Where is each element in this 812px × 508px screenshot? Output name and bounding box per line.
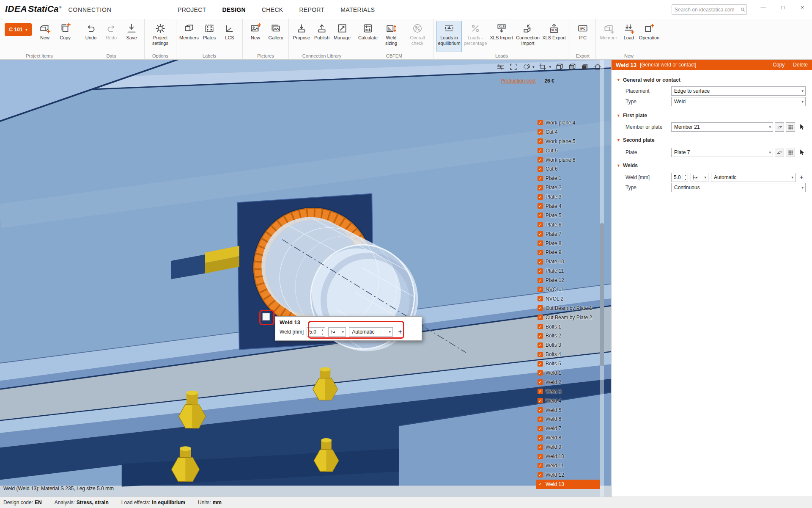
new-button[interactable]: New — [246, 21, 265, 52]
section-general[interactable]: ▼ General weld or contact — [617, 77, 680, 83]
checkbox-checked-icon[interactable]: ✓ — [538, 305, 543, 311]
tree-item-bolts-3[interactable]: ✓Bolts 3 — [536, 340, 600, 350]
checkbox-checked-icon[interactable]: ✓ — [538, 370, 543, 375]
tree-item-weld-2[interactable]: ✓Weld 2 — [536, 378, 600, 387]
chevron-down-icon[interactable]: ▾ — [532, 65, 535, 69]
checkbox-checked-icon[interactable]: ✓ — [538, 333, 543, 339]
add-weld-button[interactable]: + — [396, 327, 404, 337]
placement-dropdown[interactable]: Edge to surface ▾ — [671, 86, 806, 96]
tree-item-cut-beam-by-plate-2[interactable]: ✓Cut Beam by Plate 2 — [536, 313, 600, 322]
tab-design[interactable]: DESIGN — [222, 6, 245, 13]
checkbox-checked-icon[interactable]: ✓ — [538, 426, 543, 431]
tree-item-weld-4[interactable]: ✓Weld 4 — [536, 396, 600, 406]
undo-button[interactable]: Undo — [81, 21, 101, 52]
tree-item-weld-1[interactable]: ✓Weld 1 — [536, 368, 600, 378]
checkbox-checked-icon[interactable]: ✓ — [538, 194, 543, 200]
tab-check[interactable]: CHECK — [262, 6, 283, 13]
checkbox-checked-icon[interactable]: ✓ — [538, 389, 543, 394]
checkbox-checked-icon[interactable]: ✓ — [538, 222, 543, 227]
save-button[interactable]: Save — [122, 21, 141, 52]
new-button[interactable]: New — [35, 21, 55, 52]
tree-item-bolts-4[interactable]: ✓Bolts 4 — [536, 350, 600, 359]
stepper-up-icon[interactable]: ▴ — [320, 328, 325, 332]
checkbox-checked-icon[interactable]: ✓ — [538, 185, 543, 190]
plates-button[interactable]: Plates — [200, 21, 219, 52]
crop-icon[interactable] — [538, 63, 547, 71]
checkbox-checked-icon[interactable]: ✓ — [538, 361, 543, 367]
checkbox-checked-icon[interactable]: ✓ — [538, 407, 543, 413]
tree-item-weld-10[interactable]: ✓Weld 10 — [536, 452, 600, 461]
delete-button[interactable]: Delete — [793, 62, 808, 68]
section-welds[interactable]: ▼ Welds — [617, 163, 638, 168]
checkbox-checked-icon[interactable]: ✓ — [538, 287, 543, 292]
load-button[interactable]: Load — [619, 21, 639, 52]
members-button[interactable]: Members — [179, 21, 199, 52]
tree-item-cut-6[interactable]: ✓Cut 6 — [536, 164, 600, 174]
connection-item-selector[interactable]: C 101▾ — [5, 23, 32, 36]
checkbox-checked-icon[interactable]: ✓ — [538, 231, 543, 237]
tree-item-work-plane-6[interactable]: ✓Work plane 6 — [536, 155, 600, 165]
tree-item-weld-13[interactable]: ✓Weld 13 — [536, 480, 600, 489]
weld-method-dropdown[interactable]: Automatic ▾ — [349, 327, 393, 337]
tree-item-plate-9[interactable]: ✓Plate 9 — [536, 248, 600, 257]
tree-item-weld-5[interactable]: ✓Weld 5 — [536, 406, 600, 415]
checkbox-checked-icon[interactable]: ✓ — [538, 268, 543, 274]
xls-export-button[interactable]: XLSXLS Export — [541, 21, 567, 52]
home-icon[interactable] — [593, 63, 602, 71]
checkbox-checked-icon[interactable]: ✓ — [538, 324, 543, 329]
stepper-arrows[interactable]: ▴▾ — [683, 173, 688, 182]
checkbox-checked-icon[interactable]: ✓ — [538, 259, 543, 265]
operation-button[interactable]: Operation — [639, 21, 659, 52]
copy-button[interactable]: Copy — [55, 21, 75, 52]
chevron-down-icon[interactable]: ▾ — [549, 65, 551, 69]
checkbox-checked-icon[interactable]: ✓ — [538, 157, 543, 163]
tree-item-plate-5[interactable]: ✓Plate 5 — [536, 211, 600, 220]
fit-icon[interactable] — [509, 63, 518, 71]
tree-item-weld-9[interactable]: ✓Weld 9 — [536, 442, 600, 452]
checkbox-checked-icon[interactable]: ✓ — [538, 176, 543, 181]
pointer-select-icon[interactable] — [798, 149, 806, 156]
checkbox-checked-icon[interactable]: ✓ — [538, 120, 543, 125]
publish-button[interactable]: Publish — [312, 21, 332, 52]
checkbox-checked-icon[interactable]: ✓ — [538, 435, 543, 441]
tree-item-plate-3[interactable]: ✓Plate 3 — [536, 192, 600, 202]
plate-grid-icon[interactable] — [786, 148, 795, 157]
manage-button[interactable]: Manage — [332, 21, 352, 52]
tree-item-weld-3[interactable]: ✓Weld 3 — [536, 387, 600, 396]
weld-continuity-dropdown[interactable]: Continuous ▾ — [671, 183, 806, 192]
checkbox-checked-icon[interactable]: ✓ — [538, 129, 543, 135]
cube-solid-icon[interactable] — [581, 63, 589, 71]
tree-item-weld-12[interactable]: ✓Weld 12 — [536, 470, 600, 480]
checkbox-checked-icon[interactable]: ✓ — [538, 342, 543, 348]
checkbox-checked-icon[interactable]: ✓ — [538, 379, 543, 385]
weld-size-stepper[interactable]: 5.0 ▴▾ — [671, 173, 688, 182]
orbit-icon[interactable] — [522, 63, 530, 71]
add-weld-button[interactable]: + — [797, 173, 806, 182]
plate-dropdown[interactable]: Plate 7 ▾ — [671, 148, 773, 157]
cube-wire-icon[interactable] — [555, 63, 564, 71]
xls-import-button[interactable]: XLSXLS Import — [489, 21, 514, 52]
plate-grid-icon[interactable] — [786, 122, 795, 132]
checkbox-checked-icon[interactable]: ✓ — [538, 296, 543, 301]
checkbox-checked-icon[interactable]: ✓ — [538, 148, 543, 153]
minimize-button[interactable]: — — [754, 0, 773, 14]
checkbox-checked-icon[interactable]: ✓ — [538, 398, 543, 403]
stepper-up-icon[interactable]: ▴ — [683, 173, 688, 177]
scrollbar-thumb[interactable] — [600, 223, 604, 366]
tree-item-bolts-5[interactable]: ✓Bolts 5 — [536, 359, 600, 368]
checkbox-checked-icon[interactable]: ✓ — [538, 463, 543, 468]
checkbox-checked-icon[interactable]: ✓ — [538, 444, 543, 450]
checkbox-checked-icon[interactable]: ✓ — [538, 315, 543, 320]
checkbox-checked-icon[interactable]: ✓ — [538, 203, 543, 209]
tab-materials[interactable]: MATERIALS — [340, 6, 375, 13]
checkbox-checked-icon[interactable]: ✓ — [538, 417, 543, 422]
viewport-scrollbar[interactable] — [600, 60, 604, 497]
stepper-down-icon[interactable]: ▾ — [683, 177, 688, 182]
section-second-plate[interactable]: ▼ Second plate — [617, 137, 655, 143]
tree-item-weld-11[interactable]: ✓Weld 11 — [536, 461, 600, 470]
tree-item-bolts-2[interactable]: ✓Bolts 2 — [536, 331, 600, 340]
weld-method-dropdown[interactable]: Automatic ▾ — [711, 173, 796, 182]
lcs-button[interactable]: LCS — [220, 21, 239, 52]
tree-item-work-plane-4[interactable]: ✓Work plane 4 — [536, 118, 600, 127]
propose-button[interactable]: Propose — [292, 21, 311, 52]
